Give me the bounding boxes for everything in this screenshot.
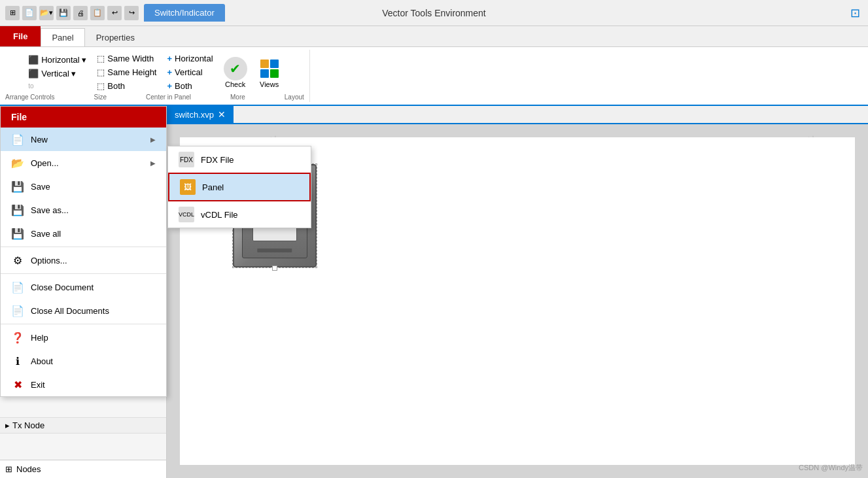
menu-item-close-all[interactable]: 📄 Close All Documents bbox=[1, 299, 166, 322]
align-col: ⬛ Horizontal ▾ ⬛ Vertical ▾ to bbox=[24, 54, 90, 91]
panel-icon: 🖼 bbox=[180, 179, 196, 195]
submenu: FDX FDX File 🖼 Panel VCDL vCDL File bbox=[167, 146, 311, 228]
about-label: About bbox=[31, 356, 156, 366]
plus-b-icon: + bbox=[167, 81, 172, 91]
print-icon[interactable]: 🖨 bbox=[73, 6, 88, 20]
menu-item-close-doc[interactable]: 📄 Close Document bbox=[1, 275, 166, 299]
file-menu: File 📄 New ▶ FDX FDX File 🖼 Panel VCDL bbox=[0, 106, 167, 397]
open-icon[interactable]: 📂▾ bbox=[39, 6, 54, 20]
separator-3 bbox=[1, 324, 166, 324]
doc-tab-label: switch.xvp bbox=[175, 110, 214, 120]
check-icon: ✔ bbox=[230, 61, 241, 77]
menu-item-save-all[interactable]: 💾 Save all bbox=[1, 222, 166, 245]
check-btn[interactable]: ✔ Check bbox=[220, 54, 251, 91]
vertical-icon: ⬛ bbox=[28, 69, 39, 78]
main-layout: 📌 ✕ 🔍▾ 张龙 3094 张龙 3094 ▸ Tx Node ⊞ Nodes bbox=[0, 106, 868, 478]
new-label: New bbox=[31, 135, 144, 145]
help-label: Help bbox=[31, 333, 156, 343]
size-label: Size bbox=[94, 92, 107, 101]
vertical-align-btn[interactable]: ⬛ Vertical ▾ bbox=[24, 67, 90, 80]
close-doc-label: Close Document bbox=[31, 282, 156, 292]
file-tab[interactable]: File bbox=[0, 26, 41, 46]
horizontal-icon: ⬛ bbox=[28, 55, 39, 65]
nodes-icon: ⊞ bbox=[5, 464, 12, 474]
arrange-label: Arrange Controls bbox=[5, 92, 55, 101]
separator-2 bbox=[1, 273, 166, 274]
same-height-btn[interactable]: ⬚ Same Height bbox=[93, 66, 160, 78]
doc-tabs: switch.xvp ✕ bbox=[167, 106, 868, 124]
doc-tab-switch[interactable]: switch.xvp ✕ bbox=[167, 106, 234, 123]
help-icon: ❓ bbox=[11, 331, 24, 344]
new-arrow: ▶ bbox=[150, 136, 156, 143]
exit-icon: ✖ bbox=[11, 378, 24, 391]
capture-icon[interactable]: ⊡ bbox=[850, 6, 860, 20]
to-label: to bbox=[24, 81, 90, 91]
close-doc-icon: 📄 bbox=[11, 281, 24, 294]
check-col: ✔ Check bbox=[220, 54, 251, 91]
ribbon: ⬛ Horizontal ▾ ⬛ Vertical ▾ to ⬚ Same Wi… bbox=[0, 47, 868, 106]
both-size-btn[interactable]: ⬚ Both bbox=[93, 80, 160, 92]
center-horizontal-btn[interactable]: + Horizontal bbox=[163, 52, 217, 65]
menu-item-save-as[interactable]: 💾 Save as... bbox=[1, 198, 166, 222]
both-size-icon: ⬚ bbox=[97, 81, 105, 91]
save-file-icon: 💾 bbox=[11, 180, 24, 193]
menu-item-new[interactable]: 📄 New ▶ FDX FDX File 🖼 Panel VCDL vCDL F… bbox=[1, 128, 166, 151]
redo-icon[interactable]: ↪ bbox=[124, 6, 139, 20]
fdx-icon: FDX bbox=[179, 152, 194, 167]
app-icon[interactable]: ⊞ bbox=[5, 6, 20, 20]
tx-node-row: ▸ Tx Node bbox=[0, 417, 166, 434]
menu-item-help[interactable]: ❓ Help bbox=[1, 326, 166, 349]
menu-item-options[interactable]: ⚙ Options... bbox=[1, 248, 166, 272]
save-all-label: Save all bbox=[31, 229, 156, 239]
switch-bottom-detail bbox=[257, 248, 292, 252]
plus-v-icon: + bbox=[167, 67, 172, 77]
submenu-panel[interactable]: 🖼 Panel bbox=[168, 173, 311, 201]
menu-item-open[interactable]: 📂 Open... ▶ bbox=[1, 151, 166, 175]
exit-label: Exit bbox=[31, 380, 156, 390]
same-width-btn[interactable]: ⬚ Same Width bbox=[93, 52, 160, 65]
copy-icon[interactable]: 📋 bbox=[90, 6, 105, 20]
group-labels-row: Arrange Controls Size Center in Panel Mo… bbox=[5, 92, 304, 101]
size-col: ⬚ Same Width ⬚ Same Height ⬚ Both bbox=[93, 52, 160, 92]
panel-icon-inner: 🖼 bbox=[184, 182, 192, 192]
tab-properties[interactable]: Properties bbox=[85, 28, 146, 46]
ribbon-tabs-row: File Panel Properties bbox=[0, 26, 868, 47]
center-vertical-btn[interactable]: + Vertical bbox=[163, 66, 217, 78]
horizontal-align-btn[interactable]: ⬛ Horizontal ▾ bbox=[24, 54, 90, 66]
vcdl-icon: VCDL bbox=[179, 207, 194, 222]
csdn-watermark: CSDN @Windy温带 bbox=[799, 463, 863, 473]
plus-h-icon: + bbox=[167, 54, 172, 63]
menu-item-save[interactable]: 💾 Save bbox=[1, 175, 166, 198]
save-as-label: Save as... bbox=[31, 205, 156, 215]
tx-node-label: Tx Node bbox=[12, 420, 44, 430]
toolbar-icons: ⊞ 📄 📂▾ 💾 🖨 📋 ↩ ↪ bbox=[5, 6, 139, 20]
tab-panel[interactable]: Panel bbox=[41, 28, 84, 46]
save-icon[interactable]: 💾 bbox=[56, 6, 71, 20]
close-all-label: Close All Documents bbox=[31, 306, 156, 316]
check-icon-bg: ✔ bbox=[224, 57, 247, 80]
panel-label: Panel bbox=[202, 182, 224, 192]
same-width-icon: ⬚ bbox=[97, 54, 105, 63]
submenu-fdx[interactable]: FDX FDX File bbox=[168, 146, 311, 173]
submenu-vcdl[interactable]: VCDL vCDL File bbox=[168, 201, 311, 228]
handle-bottom[interactable] bbox=[272, 265, 277, 271]
views-icon bbox=[258, 57, 281, 80]
app-tab[interactable]: Switch/Indicator bbox=[144, 4, 225, 22]
menu-item-about[interactable]: ℹ About bbox=[1, 349, 166, 373]
menu-item-exit[interactable]: ✖ Exit bbox=[1, 373, 166, 396]
save-label: Save bbox=[31, 182, 156, 192]
new-icon[interactable]: 📄 bbox=[22, 6, 37, 20]
file-menu-header: File bbox=[1, 107, 166, 128]
same-height-icon: ⬚ bbox=[97, 67, 105, 77]
doc-tab-close[interactable]: ✕ bbox=[218, 109, 226, 120]
undo-icon[interactable]: ↩ bbox=[107, 6, 122, 20]
nodes-bar: ⊞ Nodes bbox=[0, 460, 166, 478]
center-label: Center in Panel bbox=[146, 92, 191, 101]
views-btn[interactable]: Views bbox=[254, 54, 285, 91]
center-both-btn[interactable]: + Both bbox=[163, 80, 217, 92]
options-icon: ⚙ bbox=[11, 254, 24, 267]
open-file-icon: 📂 bbox=[11, 156, 24, 169]
options-label: Options... bbox=[31, 256, 156, 265]
fdx-label: FDX File bbox=[201, 155, 234, 165]
layout-label: Layout bbox=[285, 92, 304, 101]
